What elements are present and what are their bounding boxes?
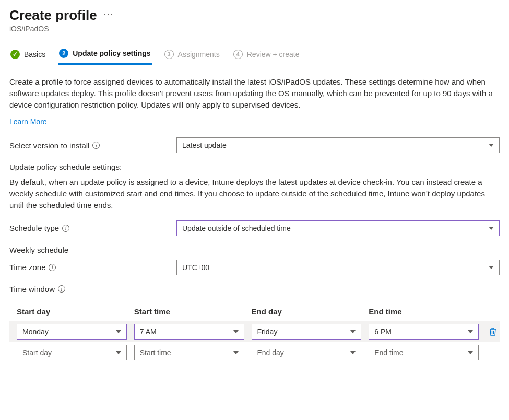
chevron-down-icon: [468, 351, 473, 354]
select-placeholder: End day: [257, 348, 284, 357]
time-window-header-row: Start day Start time End day End time: [9, 307, 500, 321]
weekly-schedule-heading: Weekly schedule: [9, 246, 500, 254]
chevron-down-icon: [350, 330, 356, 333]
select-placeholder: Start day: [22, 348, 52, 357]
schedule-settings-title: Update policy schedule settings:: [9, 162, 500, 171]
end-day-select[interactable]: Friday: [252, 324, 362, 340]
check-icon: [10, 50, 20, 59]
info-icon[interactable]: [49, 264, 56, 271]
end-time-select[interactable]: End time: [369, 345, 479, 360]
chevron-down-icon: [489, 144, 494, 147]
info-icon[interactable]: [62, 225, 69, 232]
select-placeholder: Start time: [140, 348, 171, 357]
schedule-type-select[interactable]: Update outside of scheduled time: [176, 220, 500, 236]
start-day-select[interactable]: Start day: [17, 345, 127, 360]
chevron-down-icon: [350, 351, 356, 354]
tab-basics[interactable]: Basics: [9, 46, 46, 64]
chevron-down-icon: [233, 330, 239, 333]
chevron-down-icon: [116, 351, 121, 354]
start-day-select[interactable]: Monday: [17, 324, 127, 340]
start-time-select[interactable]: 7 AM: [134, 324, 244, 340]
select-value: Friday: [257, 328, 278, 336]
page-title: Create profile: [9, 7, 97, 24]
col-header-end-time: End time: [369, 307, 479, 316]
version-select[interactable]: Latest update: [176, 137, 500, 153]
chevron-down-icon: [468, 330, 473, 333]
trash-icon: [489, 327, 497, 336]
version-label: Select version to install: [9, 141, 176, 150]
start-time-select[interactable]: Start time: [134, 345, 244, 360]
chevron-down-icon: [233, 351, 239, 354]
select-value: Latest update: [182, 141, 227, 149]
tab-update-policy-settings[interactable]: 2 Update policy settings: [58, 45, 151, 65]
schedule-type-label: Schedule type: [9, 224, 176, 232]
chevron-down-icon: [489, 227, 494, 230]
time-window-row: Monday 7 AM Friday 6 PM: [9, 321, 500, 342]
page-subtitle: iOS/iPadOS: [9, 25, 500, 33]
chevron-down-icon: [116, 330, 121, 333]
tab-review-create[interactable]: 4 Review + create: [232, 46, 301, 64]
info-icon[interactable]: [92, 142, 100, 149]
time-window-row-new: Start day Start time End day End time: [9, 342, 500, 363]
delete-row-button[interactable]: [486, 327, 500, 336]
end-day-select[interactable]: End day: [252, 345, 362, 360]
select-placeholder: End time: [374, 348, 403, 357]
col-header-start-time: Start time: [134, 307, 244, 316]
description-text: Create a profile to force assigned devic…: [9, 76, 500, 110]
select-value: 7 AM: [140, 328, 157, 336]
select-value: 6 PM: [374, 328, 392, 336]
learn-more-link[interactable]: Learn More: [9, 118, 47, 126]
step-number-icon: 3: [164, 50, 174, 59]
tab-label: Basics: [24, 50, 45, 59]
tab-label: Assignments: [178, 50, 220, 59]
end-time-select[interactable]: 6 PM: [369, 324, 479, 340]
timezone-select[interactable]: UTC±00: [176, 260, 500, 275]
select-value: Update outside of scheduled time: [182, 224, 291, 232]
timezone-label: Time zone: [9, 263, 176, 272]
tab-assignments[interactable]: 3 Assignments: [163, 46, 221, 64]
schedule-settings-description: By default, when an update policy is ass…: [9, 177, 500, 211]
col-header-end-day: End day: [252, 307, 362, 316]
step-number-icon: 4: [233, 50, 243, 59]
tab-label: Review + create: [247, 50, 300, 59]
step-number-icon: 2: [59, 49, 68, 58]
chevron-down-icon: [489, 266, 494, 269]
select-value: Monday: [22, 328, 49, 336]
col-header-start-day: Start day: [17, 307, 127, 316]
select-value: UTC±00: [182, 263, 209, 272]
time-window-label: Time window: [9, 285, 500, 294]
more-actions-button[interactable]: ⋯: [103, 8, 113, 19]
info-icon[interactable]: [58, 285, 65, 293]
wizard-tabs: Basics 2 Update policy settings 3 Assign…: [9, 45, 500, 65]
tab-label: Update policy settings: [73, 49, 150, 57]
